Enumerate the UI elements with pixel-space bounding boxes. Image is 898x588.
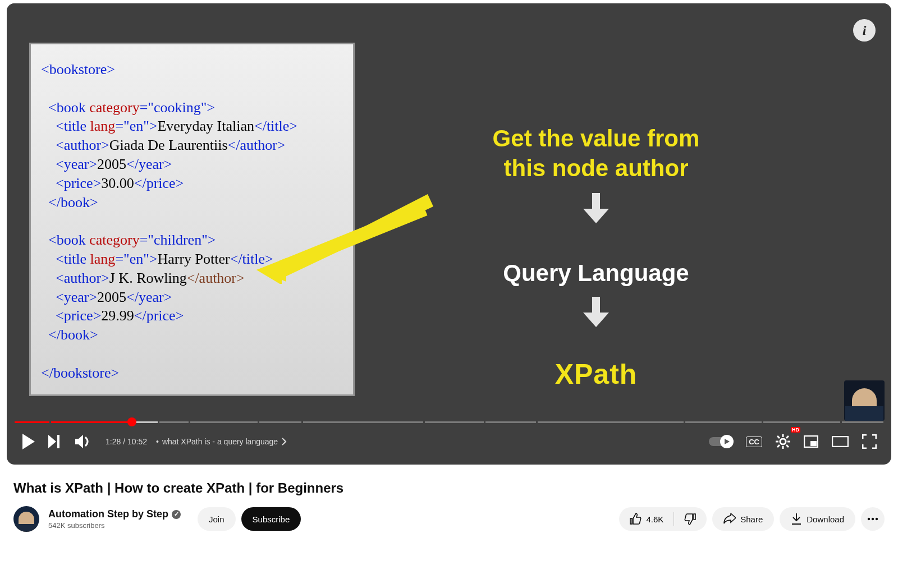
ellipsis-icon bbox=[867, 517, 878, 521]
presenter-webcam bbox=[844, 380, 885, 421]
play-icon bbox=[21, 434, 35, 449]
next-button[interactable] bbox=[42, 428, 68, 455]
volume-icon bbox=[75, 434, 91, 449]
annotation-text-2: this node author bbox=[504, 155, 689, 181]
dislike-button[interactable] bbox=[674, 507, 707, 531]
share-button[interactable]: Share bbox=[712, 507, 774, 531]
svg-line-15 bbox=[777, 436, 780, 438]
player-controls: 1:28 / 10:52 • what XPath is - a query l… bbox=[7, 424, 891, 459]
chapter-label: what XPath is - a query language bbox=[162, 437, 278, 446]
share-icon bbox=[723, 513, 736, 525]
autoplay-toggle[interactable] bbox=[709, 437, 732, 446]
slide-code-panel: <bookstore> <book category="cooking"> <t… bbox=[29, 43, 355, 396]
svg-rect-21 bbox=[832, 437, 848, 447]
fullscreen-icon bbox=[862, 434, 877, 449]
annotation-mid: Query Language bbox=[422, 260, 770, 287]
channel-name[interactable]: Automation Step by Step ✓ bbox=[48, 508, 181, 520]
svg-point-22 bbox=[868, 518, 870, 520]
subscribe-button[interactable]: Subscribe bbox=[241, 507, 301, 531]
theater-icon bbox=[832, 436, 849, 447]
svg-line-18 bbox=[777, 445, 780, 447]
total-duration: 10:52 bbox=[127, 437, 147, 446]
miniplayer-button[interactable] bbox=[797, 428, 825, 455]
video-info-section: What is XPath | How to create XPath | fo… bbox=[0, 465, 898, 532]
slide-annotation: Get the value from this node author Quer… bbox=[422, 124, 770, 391]
captions-button[interactable]: CC bbox=[739, 428, 769, 455]
down-arrow-icon bbox=[582, 297, 610, 327]
info-card-icon[interactable]: i bbox=[853, 19, 876, 42]
download-icon bbox=[791, 513, 802, 525]
time-display: 1:28 / 10:52 bbox=[98, 437, 150, 446]
next-icon bbox=[48, 435, 62, 448]
hd-badge: HD bbox=[791, 427, 800, 433]
like-dislike-group: 4.6K bbox=[619, 507, 707, 531]
svg-marker-4 bbox=[583, 297, 609, 327]
gear-icon bbox=[776, 434, 790, 449]
svg-rect-20 bbox=[810, 441, 817, 446]
svg-point-23 bbox=[872, 518, 874, 520]
download-button[interactable]: Download bbox=[780, 507, 855, 531]
svg-marker-9 bbox=[725, 439, 730, 444]
join-button[interactable]: Join bbox=[198, 507, 236, 531]
fullscreen-button[interactable] bbox=[855, 428, 883, 455]
mute-button[interactable] bbox=[68, 428, 98, 455]
svg-marker-5 bbox=[22, 434, 35, 449]
thumbs-up-icon bbox=[629, 513, 642, 525]
chapter-button[interactable]: • what XPath is - a query language bbox=[150, 437, 288, 446]
like-count: 4.6K bbox=[646, 514, 663, 524]
video-player: i <bookstore> <book category="cooking"> … bbox=[7, 3, 891, 465]
svg-line-16 bbox=[786, 445, 789, 447]
video-title: What is XPath | How to create XPath | fo… bbox=[13, 480, 885, 496]
thumbs-down-icon bbox=[684, 513, 697, 525]
chevron-right-icon bbox=[281, 438, 287, 445]
play-small-icon bbox=[723, 438, 730, 445]
cc-icon: CC bbox=[746, 437, 762, 447]
progress-bar[interactable] bbox=[15, 420, 883, 424]
svg-point-10 bbox=[780, 439, 786, 444]
svg-marker-6 bbox=[48, 435, 56, 448]
down-arrow-icon bbox=[582, 193, 610, 223]
subscriber-count: 542K subscribers bbox=[48, 521, 181, 530]
svg-point-24 bbox=[876, 518, 878, 520]
verified-icon: ✓ bbox=[172, 510, 181, 519]
svg-marker-8 bbox=[75, 435, 83, 448]
more-actions-button[interactable] bbox=[861, 507, 885, 531]
miniplayer-icon bbox=[804, 435, 818, 448]
channel-avatar[interactable] bbox=[13, 506, 39, 532]
video-area[interactable]: i <bookstore> <book category="cooking"> … bbox=[7, 3, 891, 420]
annotation-end: XPath bbox=[422, 358, 770, 391]
settings-button[interactable]: HD bbox=[769, 428, 797, 455]
like-button[interactable]: 4.6K bbox=[619, 507, 674, 531]
play-button[interactable] bbox=[15, 428, 42, 455]
current-time: 1:28 bbox=[106, 437, 121, 446]
annotation-text-1: Get the value from bbox=[493, 125, 700, 151]
svg-line-17 bbox=[786, 436, 789, 438]
theater-button[interactable] bbox=[825, 428, 855, 455]
svg-rect-7 bbox=[57, 435, 59, 448]
channel-action-row: Automation Step by Step ✓ 542K subscribe… bbox=[13, 506, 885, 532]
svg-marker-3 bbox=[583, 193, 609, 223]
